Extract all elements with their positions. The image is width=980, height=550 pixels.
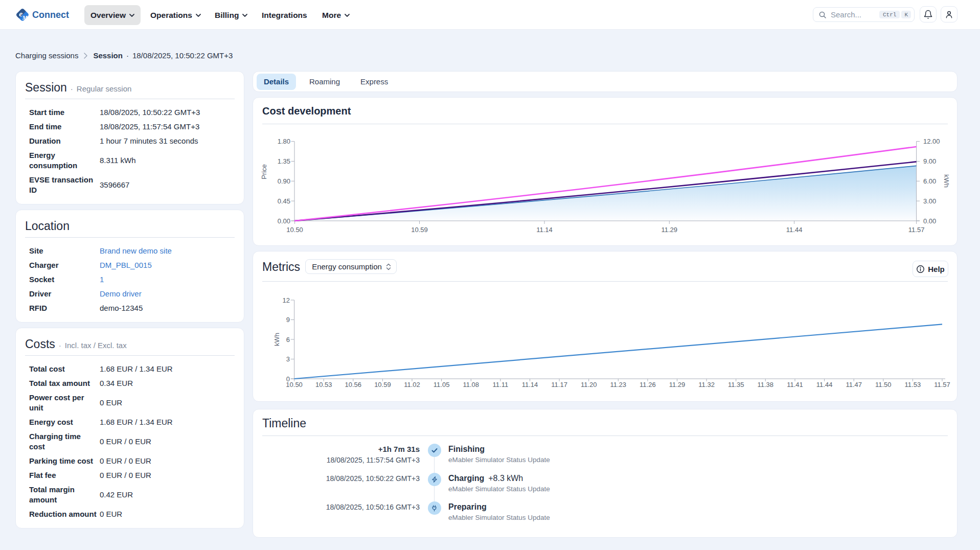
svg-text:10.50: 10.50 [286,226,303,234]
svg-text:11.35: 11.35 [728,381,744,388]
svg-text:12.00: 12.00 [923,138,940,145]
svg-text:11.44: 11.44 [786,226,803,234]
svg-text:10.59: 10.59 [374,381,391,388]
svg-text:6.00: 6.00 [923,177,936,185]
svg-text:0.00: 0.00 [923,217,936,225]
svg-text:10.50: 10.50 [286,381,303,388]
svg-text:11.05: 11.05 [434,381,450,388]
svg-text:1.80: 1.80 [278,138,290,145]
svg-text:11.17: 11.17 [551,381,567,388]
svg-text:kWh: kWh [273,333,281,346]
svg-text:11.29: 11.29 [662,226,678,234]
svg-text:11.50: 11.50 [875,381,892,388]
svg-text:11.47: 11.47 [846,381,862,388]
svg-text:11.41: 11.41 [787,381,803,388]
svg-text:11.08: 11.08 [463,381,480,388]
svg-text:11.57: 11.57 [934,381,950,388]
svg-text:11.14: 11.14 [536,226,553,234]
svg-text:12: 12 [283,296,290,304]
svg-text:M: M [22,15,28,21]
svg-text:11.38: 11.38 [758,381,774,388]
svg-text:0.90: 0.90 [278,177,290,185]
svg-text:3: 3 [286,355,290,363]
svg-text:11.14: 11.14 [522,381,538,388]
svg-text:9.00: 9.00 [923,157,936,165]
svg-text:10.56: 10.56 [345,381,362,388]
svg-text:kWh: kWh [943,174,950,188]
svg-text:9: 9 [286,316,290,324]
svg-text:0.45: 0.45 [278,197,290,205]
svg-text:Price: Price [260,164,268,179]
svg-text:11.57: 11.57 [908,226,925,234]
svg-text:11.02: 11.02 [404,381,420,388]
svg-text:3.00: 3.00 [923,197,936,205]
svg-text:10.59: 10.59 [411,226,428,234]
svg-text:11.32: 11.32 [698,381,715,388]
svg-text:10.53: 10.53 [315,381,332,388]
svg-text:1.35: 1.35 [278,157,290,165]
svg-text:11.44: 11.44 [816,381,833,388]
svg-text:11.26: 11.26 [640,381,656,388]
svg-text:11.29: 11.29 [669,381,686,388]
svg-text:11.53: 11.53 [905,381,921,388]
svg-text:0.00: 0.00 [278,217,290,225]
svg-text:6: 6 [286,336,290,343]
svg-text:11.11: 11.11 [493,381,509,388]
svg-text:11.20: 11.20 [581,381,597,388]
svg-text:11.23: 11.23 [610,381,627,388]
